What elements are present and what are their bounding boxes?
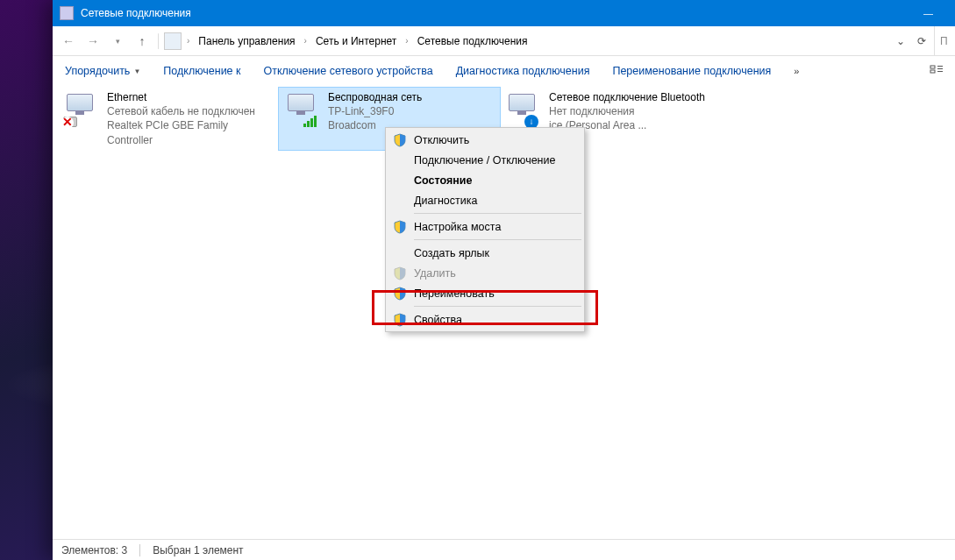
status-item-count: Элементов: 3 [61,544,127,556]
bluetooth-icon: ↓ [505,90,542,127]
wireless-icon [284,90,321,127]
connect-to-button[interactable]: Подключение к [161,61,242,81]
status-bar: Элементов: 3 Выбран 1 элемент [53,539,955,560]
window-title: Сетевые подключения [81,7,191,19]
svg-rect-4 [937,71,943,72]
window-icon [60,6,74,20]
organize-label: Упорядочить [65,65,130,77]
toolbar-overflow-button[interactable]: » [792,62,801,80]
shield-icon [393,287,407,301]
item-status: Нет подключения [549,104,705,118]
items-view[interactable]: ✕ Ethernet Сетевой кабель не подключен R… [53,86,955,539]
signal-bars-icon [303,116,317,127]
title-bar[interactable]: Сетевые подключения — [53,0,955,26]
shield-icon [393,220,407,234]
crumb-network-internet[interactable]: Сеть и Интернет [312,32,400,50]
menu-item-disconnect[interactable]: Отключить [388,130,582,150]
menu-item-properties[interactable]: Свойства [388,309,582,330]
menu-item-create-shortcut[interactable]: Создать ярлык [388,243,582,263]
svg-rect-3 [937,68,943,69]
minimize-button[interactable]: — [909,0,948,26]
diagnose-button[interactable]: Диагностика подключения [454,61,592,81]
rename-connection-button[interactable]: Переименование подключения [610,61,773,81]
status-selection: Выбран 1 элемент [153,544,243,556]
caret-down-icon: ▼ [133,67,140,75]
organize-menu-button[interactable]: Упорядочить ▼ [63,61,142,81]
menu-item-connect-disconnect[interactable]: Подключение / Отключение [388,150,582,170]
nav-forward-button[interactable]: → [82,31,103,52]
svg-rect-0 [930,66,935,68]
search-input[interactable]: П [934,26,950,55]
chevron-right-icon[interactable]: › [304,36,307,46]
shield-icon [393,313,407,327]
menu-item-delete[interactable]: Удалить [388,263,582,283]
breadcrumb-root-icon[interactable] [164,32,182,50]
nav-recent-button[interactable]: ▾ [107,31,128,52]
menu-item-status[interactable]: Состояние [388,170,582,190]
item-title: Сетевое подключение Bluetooth [549,90,705,104]
disable-device-button[interactable]: Отключение сетевого устройства [262,61,435,81]
menu-item-bridge[interactable]: Настройка моста [388,216,582,237]
nav-back-button[interactable]: ← [58,31,79,52]
error-x-icon: ✕ [61,117,74,129]
item-device: Realtek PCIe GBE Family Controller [107,118,274,146]
menu-item-rename[interactable]: Переименовать [388,283,582,303]
chevron-right-icon[interactable]: › [187,36,189,46]
explorer-window: Сетевые подключения — ← → ▾ ↑ › Панель у… [53,0,955,560]
view-options-button[interactable] [929,63,944,79]
crumb-control-panel[interactable]: Панель управления [195,32,298,50]
nav-up-button[interactable]: ↑ [132,31,153,52]
menu-separator [414,306,581,307]
svg-rect-1 [930,70,935,73]
status-separator [139,544,140,556]
refresh-button[interactable]: ⟳ [913,35,930,47]
connection-item-ethernet[interactable]: ✕ Ethernet Сетевой кабель не подключен R… [58,88,279,150]
command-bar: Упорядочить ▼ Подключение к Отключение с… [53,56,955,86]
crumb-network-connections[interactable]: Сетевые подключения [414,32,531,50]
ethernet-icon: ✕ [63,90,100,127]
shield-icon [393,133,407,147]
item-title: Беспроводная сеть [328,90,422,104]
nav-separator [158,33,159,49]
item-status: TP-Link_39F0 [328,104,422,118]
svg-rect-2 [937,66,943,67]
item-title: Ethernet [107,90,274,104]
shield-icon [393,266,407,280]
nav-bar: ← → ▾ ↑ › Панель управления › Сеть и Инт… [53,26,955,56]
address-dropdown-button[interactable]: ⌄ [892,35,909,47]
context-menu: Отключить Подключение / Отключение Состо… [385,127,585,332]
menu-separator [414,213,581,214]
menu-item-diagnostics[interactable]: Диагностика [388,190,582,210]
menu-separator [414,239,581,240]
item-status: Сетевой кабель не подключен [107,104,274,118]
chevron-right-icon[interactable]: › [405,36,408,46]
